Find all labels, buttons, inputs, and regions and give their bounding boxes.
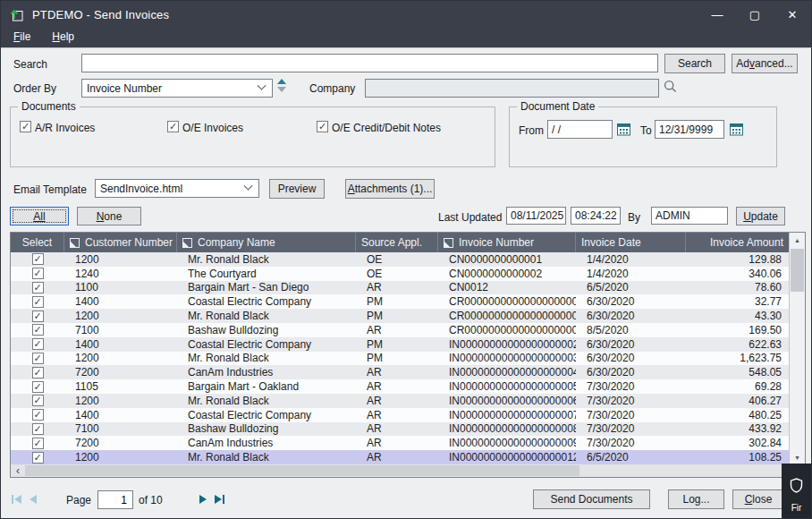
row-select-checkbox[interactable]: ✓ (32, 282, 44, 294)
first-page-button[interactable] (12, 495, 21, 504)
ar-invoices-checkbox[interactable]: ✓ (20, 121, 31, 132)
to-date-field[interactable]: 12/31/9999 (655, 120, 724, 139)
send-documents-button[interactable]: Send Documents (533, 489, 650, 509)
scroll-up-icon[interactable]: ▲ (790, 233, 805, 247)
table-row[interactable]: ✓1200Mr. Ronald BlackARIN000000000000000… (11, 450, 789, 464)
oe-credit-debit-checkbox[interactable]: ✓ (317, 121, 328, 132)
row-select-checkbox[interactable]: ✓ (32, 395, 44, 406)
from-calendar-icon[interactable] (617, 123, 630, 139)
to-calendar-icon[interactable] (730, 123, 743, 139)
cell-select: ✓ (11, 422, 64, 437)
horizontal-scrollbar[interactable]: ‹ › (11, 464, 805, 477)
preview-button[interactable]: Preview (269, 179, 325, 199)
close-button[interactable]: Close (732, 489, 784, 509)
select-all-button[interactable]: All (10, 207, 69, 225)
cell-customer-number: 1240 (64, 267, 177, 281)
row-select-checkbox[interactable]: ✓ (32, 452, 44, 464)
row-select-checkbox[interactable]: ✓ (32, 324, 44, 336)
vertical-scroll-thumb[interactable] (791, 249, 804, 292)
attachments-button[interactable]: Attachments (1)... (345, 179, 435, 199)
column-header-company-name[interactable]: Company Name (177, 233, 356, 252)
table-row[interactable]: ✓7100Bashaw BulldozingARCR00000000000000… (11, 323, 789, 337)
table-row[interactable]: ✓1105Bargain Mart - OaklandARIN000000000… (11, 379, 789, 394)
advanced-button[interactable]: Advanced... (732, 54, 798, 73)
column-header-invoice-number[interactable]: Invoice Number (438, 233, 576, 252)
order-by-select[interactable]: Invoice Number (81, 79, 273, 98)
log-button[interactable]: Log... (668, 489, 724, 509)
table-row[interactable]: ✓1200Mr. Ronald BlackOECN00000000000011/… (11, 252, 789, 267)
spinner-down-icon[interactable] (277, 87, 286, 92)
vertical-scrollbar[interactable]: ▲ ▼ (789, 233, 805, 464)
cell-customer-number: 1200 (64, 450, 177, 464)
cell-customer-number: 7100 (64, 422, 177, 437)
cell-invoice-number: IN00000000000000000008 (438, 422, 576, 437)
menu-file[interactable]: File (13, 30, 30, 43)
cell-invoice-number: CN0000000000001 (438, 252, 576, 267)
row-select-checkbox[interactable]: ✓ (32, 311, 44, 322)
email-template-select[interactable]: SendInvoice.html (95, 179, 259, 198)
spinner-up-icon[interactable] (277, 79, 286, 84)
from-date-field[interactable]: / / (547, 120, 613, 139)
cell-company-name: Coastal Electric Company (177, 294, 356, 309)
cell-select: ✓ (11, 408, 64, 422)
column-header-invoice-amount[interactable]: Invoice Amount (686, 233, 789, 252)
update-button[interactable]: Update (736, 207, 785, 225)
row-select-checkbox[interactable]: ✓ (32, 338, 44, 350)
search-button[interactable]: Search (664, 54, 725, 73)
table-row[interactable]: ✓1400Coastal Electric CompanyARIN0000000… (11, 408, 789, 422)
table-row[interactable]: ✓7100Bashaw BulldozingARIN00000000000000… (11, 422, 789, 437)
table-row[interactable]: ✓1400Coastal Electric CompanyPMCR0000000… (11, 294, 789, 309)
table-row[interactable]: ✓1240The CourtyardOECN00000000000021/4/2… (11, 267, 789, 281)
column-header-label: Company Name (198, 236, 275, 249)
cell-select: ✓ (11, 436, 64, 450)
table-row[interactable]: ✓7200CanAm IndustriesARIN000000000000000… (11, 365, 789, 379)
by-label: By (628, 211, 640, 224)
close-window-button[interactable]: ✕ (774, 1, 811, 28)
cell-invoice-number: IN00000000000000000009 (438, 436, 576, 450)
row-select-checkbox[interactable]: ✓ (32, 296, 44, 308)
cell-invoice-amount: 548.05 (686, 365, 789, 379)
row-select-checkbox[interactable]: ✓ (32, 253, 44, 265)
column-header-invoice-date[interactable]: Invoice Date (576, 233, 686, 252)
row-select-checkbox[interactable]: ✓ (32, 381, 44, 393)
row-select-checkbox[interactable]: ✓ (32, 438, 44, 449)
cell-select: ✓ (11, 252, 64, 267)
row-select-checkbox[interactable]: ✓ (32, 268, 44, 279)
column-header-select[interactable]: Select (11, 233, 64, 252)
scroll-left-icon[interactable]: ‹ (11, 465, 25, 476)
search-input[interactable] (86, 56, 654, 70)
desktop-overlay: Fir (782, 464, 811, 518)
last-updated-label: Last Updated (438, 211, 502, 224)
table-row[interactable]: ✓1400Coastal Electric CompanyPMIN0000000… (11, 337, 789, 352)
row-select-checkbox[interactable]: ✓ (32, 409, 44, 421)
table-row[interactable]: ✓1100Bargain Mart - San DiegoARCN00126/5… (11, 281, 789, 295)
row-select-checkbox[interactable]: ✓ (32, 423, 44, 435)
page-input[interactable] (98, 491, 132, 508)
next-page-button[interactable] (199, 495, 207, 504)
table-row[interactable]: ✓1200Mr. Ronald BlackPMIN000000000000000… (11, 352, 789, 366)
chevron-down-icon (244, 182, 253, 191)
row-select-checkbox[interactable]: ✓ (32, 367, 44, 379)
table-row[interactable]: ✓7200CanAm IndustriesARIN000000000000000… (11, 436, 789, 450)
grid-body: ✓1200Mr. Ronald BlackOECN00000000000011/… (11, 252, 789, 464)
column-header-source-appl[interactable]: Source Appl. (356, 233, 438, 252)
row-select-checkbox[interactable]: ✓ (32, 353, 44, 364)
cell-company-name: Bashaw Bulldozing (177, 323, 356, 337)
table-row[interactable]: ✓1200Mr. Ronald BlackARIN000000000000000… (11, 394, 789, 408)
minimize-button[interactable]: — (698, 1, 736, 28)
menu-help[interactable]: Help (52, 30, 74, 43)
last-updated-by: ADMIN (651, 207, 728, 225)
cell-company-name: CanAm Industries (177, 365, 356, 379)
column-header-customer-number[interactable]: Customer Number (64, 233, 177, 252)
select-none-button[interactable]: None (77, 207, 141, 225)
horizontal-scroll-thumb[interactable] (25, 465, 579, 476)
oe-invoices-checkbox[interactable]: ✓ (167, 121, 179, 132)
previous-page-button[interactable] (30, 495, 37, 504)
last-page-button[interactable] (215, 495, 224, 504)
scroll-down-icon[interactable]: ▼ (790, 450, 805, 464)
app-window: PTDEMO - Send Invoices — ▢ ✕ File Help S… (0, 0, 812, 519)
order-by-spinner[interactable] (277, 79, 286, 92)
maximize-button[interactable]: ▢ (736, 1, 774, 28)
company-finder-icon[interactable] (664, 80, 678, 97)
table-row[interactable]: ✓1200Mr. Ronald BlackPMCR000000000000000… (11, 309, 789, 323)
